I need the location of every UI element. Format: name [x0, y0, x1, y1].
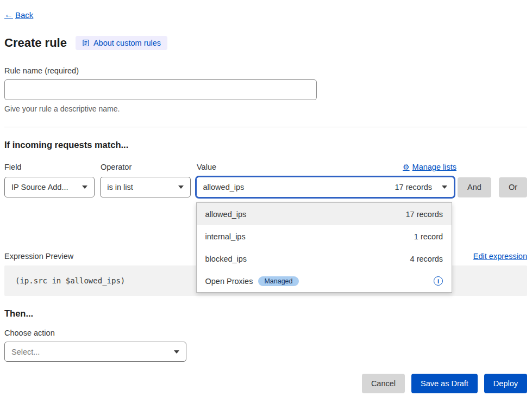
and-button[interactable]: And: [458, 177, 491, 197]
edit-expression-link[interactable]: Edit expression: [473, 252, 527, 261]
rule-name-input[interactable]: [4, 79, 317, 100]
value-column: allowed_ips 17 records allowed_ips 17 re…: [196, 177, 455, 197]
list-option-blocked-ips[interactable]: blocked_ips 4 records: [197, 248, 452, 270]
then-section-title: Then...: [4, 308, 527, 319]
operator-label: Operator: [101, 163, 191, 171]
list-option-name: blocked_ips: [205, 255, 247, 263]
choose-action-label: Choose action: [4, 329, 527, 337]
chevron-down-icon: [442, 185, 447, 189]
chevron-down-icon: [178, 185, 184, 189]
back-label: Back: [15, 10, 33, 20]
footer-actions: Cancel Save as Draft Deploy: [4, 374, 527, 393]
value-select-meta: 17 records: [395, 183, 433, 191]
value-label: Value: [197, 163, 216, 171]
info-icon[interactable]: i: [434, 276, 443, 286]
chevron-down-icon: [174, 350, 179, 354]
section-divider: [4, 127, 527, 127]
list-option-name: allowed_ips: [205, 210, 247, 219]
docs-book-icon: [82, 39, 90, 47]
title-row: Create rule About custom rules: [4, 36, 527, 50]
operator-select[interactable]: is in list: [100, 177, 190, 197]
list-option-name: internal_ips: [205, 232, 246, 241]
about-custom-rules-label: About custom rules: [93, 39, 161, 47]
operator-select-value: is in list: [107, 183, 133, 191]
list-option-meta: 17 records: [406, 210, 443, 219]
match-labels-row: Field Operator Value ⚙Manage lists: [4, 163, 527, 171]
field-label: Field: [4, 163, 95, 171]
back-arrow-icon: ←: [4, 10, 13, 20]
expression-preview-label: Expression Preview: [4, 252, 73, 261]
chevron-down-icon: [82, 185, 87, 189]
back-link[interactable]: ←Back: [4, 10, 33, 20]
match-section-title: If incoming requests match...: [4, 140, 527, 150]
deploy-button[interactable]: Deploy: [484, 374, 527, 393]
gear-icon: ⚙: [403, 163, 410, 171]
action-select[interactable]: Select...: [4, 342, 186, 362]
list-option-meta: 1 record: [414, 232, 443, 241]
list-option-meta: 4 records: [410, 255, 443, 263]
create-rule-page: ←Back Create rule About custom rules Rul…: [0, 0, 532, 393]
value-select-name: allowed_ips: [203, 183, 245, 191]
list-option-open-proxies[interactable]: Open Proxies Managed i: [197, 270, 452, 292]
about-custom-rules-link[interactable]: About custom rules: [76, 36, 167, 50]
page-title: Create rule: [4, 36, 67, 50]
cancel-button[interactable]: Cancel: [362, 374, 405, 393]
value-select[interactable]: allowed_ips 17 records: [196, 177, 455, 197]
list-option-name: Open Proxies: [205, 277, 253, 286]
field-select-value: IP Source Add...: [11, 183, 68, 191]
save-as-draft-button[interactable]: Save as Draft: [411, 374, 478, 393]
rule-name-helper: Give your rule a descriptive name.: [4, 104, 527, 113]
or-button[interactable]: Or: [499, 177, 527, 197]
manage-lists-link[interactable]: ⚙Manage lists: [403, 163, 456, 171]
action-select-placeholder: Select...: [11, 348, 40, 356]
list-dropdown: allowed_ips 17 records internal_ips 1 re…: [196, 202, 453, 293]
match-condition-row: IP Source Add... is in list allowed_ips …: [4, 177, 527, 197]
list-option-internal-ips[interactable]: internal_ips 1 record: [197, 225, 452, 248]
managed-badge: Managed: [258, 276, 298, 286]
field-select[interactable]: IP Source Add...: [4, 177, 95, 197]
rule-name-label: Rule name (required): [4, 66, 527, 75]
list-option-allowed-ips[interactable]: allowed_ips 17 records: [197, 203, 452, 225]
manage-lists-label: Manage lists: [412, 163, 456, 171]
